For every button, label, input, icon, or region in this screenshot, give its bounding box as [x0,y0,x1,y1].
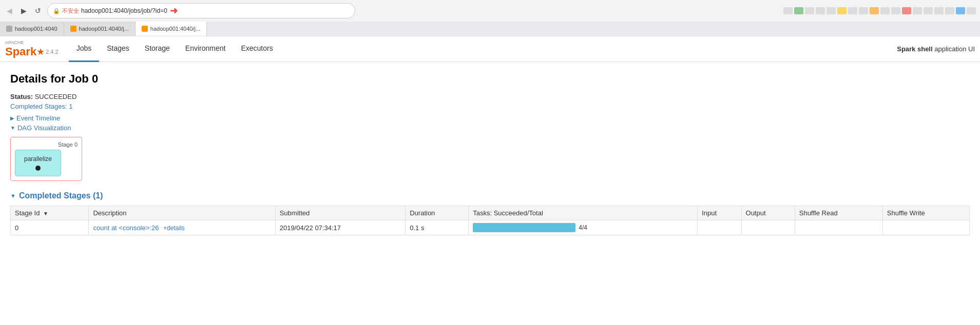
dag-node: parallelize [15,150,61,176]
browser-extensions [783,7,976,14]
insecure-label: 不安全 [62,7,79,15]
dag-node-label: parallelize [24,155,52,162]
dag-stage-box: Stage 0 parallelize [10,137,82,181]
ext-icon [956,7,965,14]
spark-logo: APACHE Spark ★ 2.4.2 [5,40,59,58]
cell-duration: 0.1 s [406,220,469,235]
col-tasks[interactable]: Tasks: Succeeded/Total [469,206,698,220]
event-timeline-label: Event Timeline [16,114,60,122]
ext-icon [805,7,814,14]
page-title: Details for Job 0 [10,72,970,86]
tab-2-label: hadoop001:4040/j... [79,26,129,32]
ext-icon [934,7,944,14]
forward-button[interactable]: ▶ [18,6,29,16]
dag-visualization-toggle[interactable]: ▼ DAG Visualization [10,124,970,132]
event-timeline-arrow-icon: ▶ [10,115,14,121]
dag-container: Stage 0 parallelize [10,137,970,181]
tab-favicon [70,26,76,32]
table-row: 0 count at <console>:26 +details 2019/04… [11,220,970,235]
apache-label: APACHE [5,40,24,45]
ext-icon [783,7,793,14]
ext-icon [837,7,847,14]
nav-jobs[interactable]: Jobs [69,36,100,62]
app-title-prefix: Spark shell [897,45,932,53]
url-text: hadoop001:4040/jobs/job/?id=0 [81,7,167,14]
browser-tabs: hadoop001:4040 hadoop001:4040/j... hadoo… [0,22,980,36]
nav-stages[interactable]: Stages [99,36,137,62]
tab-favicon [6,26,12,32]
completed-stages-header[interactable]: ▼ Completed Stages (1) [10,191,970,200]
back-button[interactable]: ◀ [4,6,14,16]
app-title: Spark shell application UI [897,45,975,53]
ext-icon [870,7,879,14]
cell-shuffle-write [882,220,969,235]
spark-star-icon: ★ [36,46,45,57]
ext-icon [859,7,868,14]
reload-button[interactable]: ↺ [33,6,43,16]
ext-icon [816,7,825,14]
event-timeline-toggle[interactable]: ▶ Event Timeline [10,114,970,122]
browser-tab-1[interactable]: hadoop001:4040 [0,22,64,36]
lock-icon: 🔒 [53,8,60,14]
ext-icon [945,7,954,14]
browser-toolbar: ◀ ▶ ↺ 🔒 不安全 hadoop001:4040/jobs/job/?id=… [0,0,980,22]
ext-icon [827,7,836,14]
tab-3-label: hadoop001:4040/j... [150,26,200,32]
cell-description: count at <console>:26 +details [89,220,275,235]
redirect-arrow-icon: ➜ [170,5,178,16]
col-submitted[interactable]: Submitted [275,206,406,220]
completed-stages-link: Completed Stages: 1 [10,103,970,110]
status-value: SUCCEEDED [35,93,77,100]
browser-tab-2[interactable]: hadoop001:4040/j... [64,22,136,36]
ext-icon [848,7,857,14]
ext-icon [902,7,911,14]
cell-submitted: 2019/04/22 07:34:17 [275,220,406,235]
stages-table: Stage Id ▼ Description Submitted Duratio… [10,206,970,235]
browser-chrome: ◀ ▶ ↺ 🔒 不安全 hadoop001:4040/jobs/job/?id=… [0,0,980,36]
cell-output [741,220,795,235]
browser-tab-3[interactable]: hadoop001:4040/j... [136,22,207,36]
nav-environment[interactable]: Environment [178,36,234,62]
progress-bar-outer [473,223,575,232]
dag-node-dot [35,166,41,171]
status-label: Status: [10,93,33,100]
col-description[interactable]: Description [89,206,275,220]
nav-executors[interactable]: Executors [233,36,280,62]
cell-input [698,220,741,235]
col-duration[interactable]: Duration [406,206,469,220]
dag-stage-label: Stage 0 [15,141,78,148]
spark-version: 2.4.2 [46,49,58,55]
description-link[interactable]: count at <console>:26 [93,224,159,232]
app-title-suffix: application UI [934,45,975,53]
col-stage-id[interactable]: Stage Id ▼ [11,206,89,220]
tab-favicon [142,26,148,32]
dag-visualization-label: DAG Visualization [17,124,71,132]
progress-label: 4/4 [579,224,587,231]
spark-brand: Spark [5,45,36,58]
dag-arrow-icon: ▼ [10,125,15,131]
address-bar[interactable]: 🔒 不安全 hadoop001:4040/jobs/job/?id=0 ➜ [47,3,355,18]
ext-icon [794,7,803,14]
completed-stages-text: Completed Stages: [10,103,67,110]
col-output[interactable]: Output [741,206,795,220]
section-header-label: Completed Stages (1) [19,191,103,200]
progress-bar-inner [473,223,575,232]
col-shuffle-write[interactable]: Shuffle Write [882,206,969,220]
cell-shuffle-read [795,220,882,235]
col-shuffle-read[interactable]: Shuffle Read [795,206,882,220]
ext-icon [913,7,922,14]
completed-stages-count: 1 [67,103,73,110]
completed-stages-anchor[interactable]: Completed Stages: 1 [10,103,72,110]
cell-stage-id: 0 [11,220,89,235]
ext-icon [891,7,900,14]
details-link[interactable]: +details [163,225,185,232]
sort-icon: ▼ [43,211,48,216]
section-arrow-icon: ▼ [10,193,16,199]
col-input[interactable]: Input [698,206,741,220]
progress-container: 4/4 [473,223,693,232]
cell-tasks: 4/4 [469,220,698,235]
status-line: Status: SUCCEEDED [10,93,970,100]
nav-links: Jobs Stages Storage Environment Executor… [69,36,281,62]
nav-storage[interactable]: Storage [137,36,178,62]
ext-icon [967,7,976,14]
